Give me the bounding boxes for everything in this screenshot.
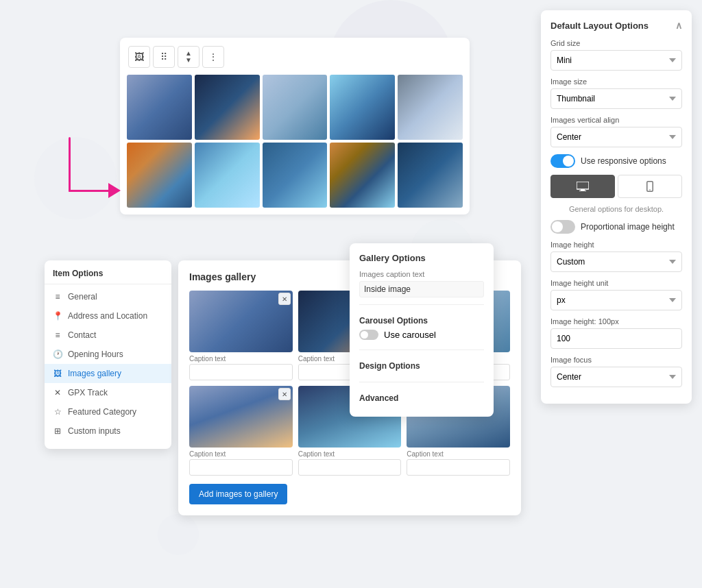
image-size-label: Image size (550, 77, 682, 86)
hours-icon: 🕐 (53, 350, 62, 359)
menu-icon-btn[interactable]: ⋮ (202, 46, 224, 68)
pink-arrow-head (108, 183, 121, 198)
gallery-toolbar: 🖼 ⠿ ▲▼ ⋮ (127, 45, 463, 69)
gallery-thumb-1 (127, 75, 192, 140)
grid-size-select[interactable]: Mini Small Medium Large (550, 50, 682, 71)
gallery-options-title: Gallery Options (359, 253, 484, 263)
image-height-px-input[interactable] (550, 328, 682, 349)
proportional-toggle[interactable] (550, 220, 575, 234)
sidebar-item-label: Custom inputs (68, 426, 121, 436)
caption-label-4: Caption text (189, 450, 293, 458)
desktop-tab[interactable] (550, 175, 615, 198)
grid-size-label: Grid size (550, 39, 682, 47)
grid-icon-btn[interactable]: ⠿ (153, 46, 175, 68)
svg-point-4 (649, 189, 651, 191)
use-carousel-toggle[interactable] (359, 330, 378, 340)
image-close-4[interactable]: ✕ (278, 388, 291, 400)
address-icon: 📍 (53, 311, 62, 321)
image-focus-group: Image focus Center Top Bottom Left Right (550, 356, 682, 387)
gallery-options-advanced-section: Advanced (359, 389, 484, 407)
image-size-group: Image size Thumbnail Medium Large Full (550, 77, 682, 109)
featured-icon: ☆ (53, 407, 62, 417)
panel-title: Item Options (45, 269, 171, 284)
sidebar-item-hours[interactable]: 🕐 Opening Hours (45, 345, 171, 364)
image-height-select[interactable]: Custom Auto Fixed (550, 252, 682, 272)
design-section-header[interactable]: Design Options (359, 357, 484, 375)
sidebar-item-label: Contact (68, 330, 96, 340)
arrows-icon-btn[interactable]: ▲▼ (178, 46, 199, 68)
image-item-1: ✕ Caption text (189, 291, 293, 380)
vertical-align-select[interactable]: Center Top Bottom (550, 127, 682, 147)
image-height-px-group: Image height: 100px (550, 317, 682, 349)
image-height-group: Image height Custom Auto Fixed (550, 241, 682, 272)
right-panel: Default Layout Options ∧ Grid size Mini … (541, 10, 692, 404)
right-panel-title: Default Layout Options ∧ (550, 20, 682, 31)
gallery-icon: 🖼 (53, 369, 62, 378)
mobile-tab[interactable] (618, 175, 682, 198)
gallery-thumb-4 (330, 75, 395, 140)
svg-rect-0 (577, 182, 589, 189)
use-carousel-row: Use carousel (359, 330, 484, 340)
add-images-button[interactable]: Add images to gallery (189, 484, 287, 504)
grid-size-group: Grid size Mini Small Medium Large (550, 39, 682, 71)
gallery-thumb-10 (398, 143, 463, 208)
left-sidebar-panel: Item Options ≡ General 📍 Address and Loc… (45, 260, 171, 449)
image-size-select[interactable]: Thumbnail Medium Large Full (550, 88, 682, 109)
sidebar-item-gallery[interactable]: 🖼 Images gallery (45, 364, 171, 383)
gallery-thumb-9 (330, 143, 395, 208)
right-panel-title-text: Default Layout Options (550, 21, 649, 31)
sidebar-item-featured[interactable]: ☆ Featured Category (45, 402, 171, 421)
desktop-note: General options for desktop. (550, 205, 682, 213)
caption-input-5[interactable] (298, 459, 402, 476)
sidebar-item-label: Featured Category (68, 407, 136, 417)
sidebar-item-gpx[interactable]: ✕ GPX Track (45, 383, 171, 402)
advanced-section-header[interactable]: Advanced (359, 389, 484, 407)
images-caption-value: Inside image (359, 281, 484, 297)
image-height-px-label: Image height: 100px (550, 317, 682, 326)
use-carousel-label: Use carousel (384, 330, 436, 340)
caption-input-1[interactable] (189, 364, 293, 380)
image-thumb-4: ✕ (189, 386, 293, 448)
gallery-thumb-6 (127, 143, 192, 208)
collapse-icon[interactable]: ∧ (675, 20, 682, 31)
sidebar-item-label: Address and Location (68, 311, 147, 321)
contact-icon: ≡ (53, 330, 62, 340)
custom-icon: ⊞ (53, 426, 62, 436)
gallery-thumb-7 (195, 143, 260, 208)
top-image-grid (127, 75, 463, 208)
image-close-1[interactable]: ✕ (278, 293, 291, 305)
proportional-toggle-row: Proportional image height (550, 220, 682, 234)
svg-rect-2 (579, 191, 586, 191)
gallery-options-design-section: Design Options (359, 357, 484, 382)
sidebar-item-label: General (68, 292, 97, 302)
gallery-thumb-2 (195, 75, 260, 140)
gallery-thumb-8 (263, 143, 328, 208)
responsive-toggle[interactable] (550, 154, 575, 168)
general-icon: ≡ (53, 292, 62, 302)
sidebar-item-label: GPX Track (68, 388, 108, 397)
image-thumb-1: ✕ (189, 291, 293, 352)
gallery-options-caption-section: Images caption text Inside image (359, 270, 484, 305)
sidebar-item-custom[interactable]: ⊞ Custom inputs (45, 421, 171, 441)
caption-input-4[interactable] (189, 459, 293, 476)
gallery-options-carousel-section: Carousel Options Use carousel (359, 312, 484, 350)
image-focus-select[interactable]: Center Top Bottom Left Right (550, 367, 682, 387)
gallery-thumb-3 (263, 75, 328, 140)
caption-label-5: Caption text (298, 450, 402, 458)
sidebar-item-label: Images gallery (68, 369, 121, 378)
gpx-icon: ✕ (53, 388, 62, 397)
gallery-thumb-5 (398, 75, 463, 140)
sidebar-item-contact[interactable]: ≡ Contact (45, 326, 171, 345)
vertical-align-group: Images vertical align Center Top Bottom (550, 116, 682, 147)
caption-label-6: Caption text (407, 450, 510, 458)
image-icon-btn[interactable]: 🖼 (128, 46, 150, 68)
carousel-section-header[interactable]: Carousel Options (359, 312, 484, 330)
image-height-unit-select[interactable]: px em rem % (550, 290, 682, 310)
responsive-label: Use responsive options (581, 156, 666, 166)
caption-input-6[interactable] (407, 459, 510, 476)
images-caption-label: Images caption text (359, 270, 484, 278)
image-focus-label: Image focus (550, 356, 682, 364)
sidebar-item-general[interactable]: ≡ General (45, 287, 171, 306)
sidebar-item-address[interactable]: 📍 Address and Location (45, 306, 171, 326)
image-item-4: ✕ Caption text (189, 386, 293, 476)
